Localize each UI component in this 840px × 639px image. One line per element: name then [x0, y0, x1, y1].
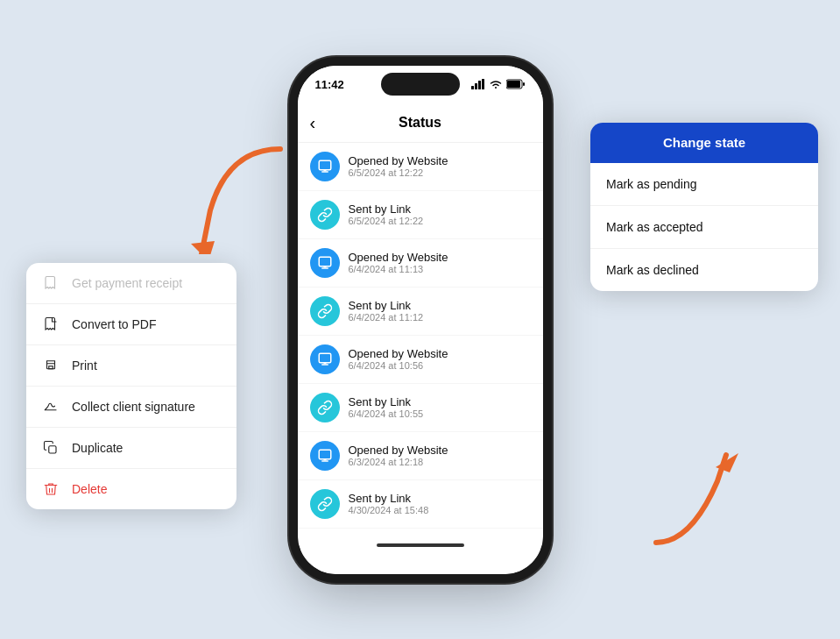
delete-icon	[42, 480, 60, 498]
svg-rect-13	[319, 353, 331, 363]
signal-icon	[471, 79, 485, 91]
svg-rect-1	[475, 83, 477, 89]
status-item: Opened by Website6/4/2024 at 10:56	[298, 336, 543, 384]
status-icons	[471, 79, 526, 91]
menu-item-label-duplicate: Duplicate	[72, 441, 123, 455]
menu-item-label-pdf: Convert to PDF	[72, 317, 156, 331]
website-icon	[310, 248, 340, 278]
state-option-mark-as-declined[interactable]: Mark as declined	[590, 249, 818, 291]
link-icon	[310, 200, 340, 230]
menu-item-receipt: Get payment receipt	[26, 263, 236, 304]
menu-item-label-print: Print	[72, 359, 97, 373]
link-icon	[310, 296, 340, 326]
status-text: Sent by Link6/4/2024 at 11:12	[349, 299, 424, 323]
status-item: Sent by Link6/4/2024 at 11:12	[298, 288, 543, 336]
arrow-left	[175, 140, 298, 254]
status-time: 11:42	[315, 78, 344, 91]
status-title: Sent by Link	[349, 492, 429, 505]
svg-rect-14	[321, 364, 328, 366]
link-icon	[310, 489, 340, 519]
svg-rect-0	[471, 86, 474, 89]
svg-rect-6	[523, 82, 525, 86]
svg-rect-8	[321, 171, 328, 173]
status-title: Sent by Link	[349, 299, 424, 312]
status-date: 6/5/2024 at 12:22	[349, 167, 448, 178]
status-text: Sent by Link4/30/2024 at 15:48	[349, 492, 429, 515]
website-icon	[310, 152, 340, 181]
menu-item-delete[interactable]: Delete	[26, 469, 236, 509]
signature-icon	[42, 398, 60, 415]
wifi-icon	[489, 79, 503, 91]
svg-rect-11	[321, 267, 328, 269]
status-text: Opened by Website6/5/2024 at 12:22	[349, 154, 448, 178]
status-bar: 11:42	[298, 66, 543, 104]
svg-rect-7	[319, 160, 331, 170]
pdf-icon	[42, 316, 60, 333]
status-title: Opened by Website	[349, 251, 448, 264]
status-title: Opened by Website	[349, 154, 448, 167]
status-item: Opened by Website6/3/2024 at 12:18	[298, 432, 543, 480]
status-date: 6/4/2024 at 11:12	[349, 312, 424, 323]
svg-rect-2	[478, 81, 481, 89]
context-menu: Get payment receiptConvert to PDFPrintCo…	[26, 263, 236, 509]
home-bar	[377, 543, 464, 547]
svg-rect-3	[482, 79, 484, 89]
status-date: 6/3/2024 at 12:18	[349, 457, 448, 467]
battery-icon	[506, 79, 526, 91]
app-header-title: Status	[399, 115, 441, 131]
svg-marker-22	[191, 241, 215, 254]
link-icon	[310, 393, 340, 422]
svg-rect-21	[49, 446, 56, 453]
menu-item-pdf[interactable]: Convert to PDF	[26, 304, 236, 345]
website-icon	[310, 344, 340, 374]
status-title: Opened by Website	[349, 444, 448, 457]
change-state-popup: Change state Mark as pendingMark as acce…	[590, 123, 818, 291]
menu-item-label-receipt: Get payment receipt	[72, 276, 182, 290]
status-item: Opened by Website6/4/2024 at 11:13	[298, 239, 543, 288]
status-text: Sent by Link6/4/2024 at 10:55	[349, 395, 424, 419]
svg-rect-15	[323, 362, 326, 364]
status-date: 6/4/2024 at 11:13	[349, 264, 448, 274]
status-date: 6/5/2024 at 12:22	[349, 216, 424, 226]
status-item: Sent by Link6/4/2024 at 10:55	[298, 384, 543, 432]
status-title: Sent by Link	[349, 395, 424, 408]
status-text: Opened by Website6/3/2024 at 12:18	[349, 444, 448, 467]
app-header: ‹ Status	[298, 104, 543, 143]
status-date: 4/30/2024 at 15:48	[349, 505, 429, 515]
menu-item-duplicate[interactable]: Duplicate	[26, 428, 236, 469]
svg-rect-16	[319, 450, 331, 459]
phone-frame: 11:42	[298, 66, 543, 574]
svg-rect-17	[321, 460, 328, 462]
change-state-title: Change state	[663, 135, 745, 150]
notch	[381, 73, 460, 96]
status-title: Sent by Link	[349, 202, 424, 216]
status-date: 6/4/2024 at 10:55	[349, 408, 424, 419]
change-state-header: Change state	[590, 123, 818, 163]
menu-item-signature[interactable]: Collect client signature	[26, 387, 236, 428]
status-item: Opened by Website6/5/2024 at 12:22	[298, 143, 543, 191]
svg-rect-18	[323, 458, 326, 460]
status-item: Sent by Link4/30/2024 at 15:48	[298, 480, 543, 529]
home-indicator	[298, 536, 543, 555]
arrow-right	[639, 446, 752, 551]
svg-rect-10	[319, 257, 331, 266]
website-icon	[310, 441, 340, 471]
svg-rect-20	[49, 366, 53, 369]
status-text: Sent by Link6/5/2024 at 12:22	[349, 202, 424, 226]
svg-rect-12	[323, 266, 326, 267]
svg-rect-5	[507, 81, 520, 88]
status-date: 6/4/2024 at 10:56	[349, 360, 448, 371]
back-button[interactable]: ‹	[310, 113, 316, 133]
svg-rect-9	[323, 169, 326, 171]
status-text: Opened by Website6/4/2024 at 10:56	[349, 347, 448, 371]
state-option-mark-as-accepted[interactable]: Mark as accepted	[590, 206, 818, 249]
print-icon	[42, 357, 60, 374]
menu-item-label-signature: Collect client signature	[72, 400, 195, 414]
status-text: Opened by Website6/4/2024 at 11:13	[349, 251, 448, 274]
state-option-mark-as-pending[interactable]: Mark as pending	[590, 163, 818, 206]
menu-item-print[interactable]: Print	[26, 345, 236, 387]
status-title: Opened by Website	[349, 347, 448, 360]
receipt-icon	[42, 274, 60, 292]
menu-item-label-delete: Delete	[72, 482, 107, 496]
duplicate-icon	[42, 439, 60, 457]
